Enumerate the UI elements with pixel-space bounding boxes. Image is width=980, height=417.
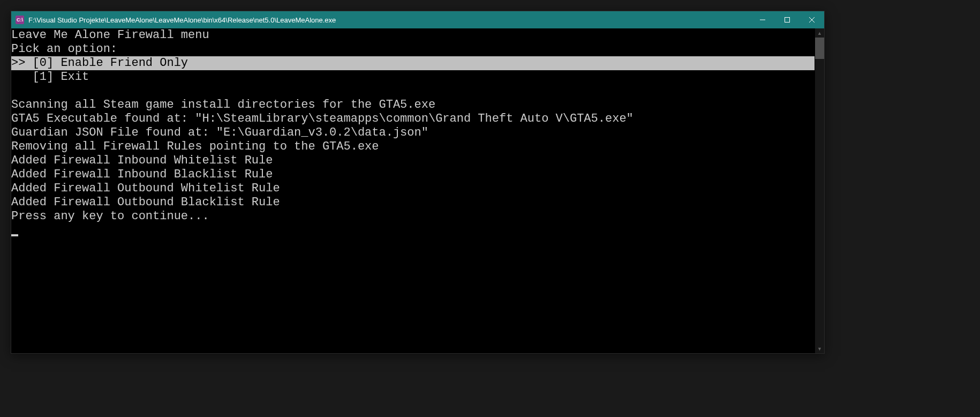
console-line: Added Firewall Outbound Whitelist Rule <box>11 182 824 196</box>
scroll-down-arrow[interactable]: ▼ <box>815 344 824 353</box>
titlebar[interactable]: C:\ F:\Visual Studio Projekte\LeaveMeAlo… <box>11 11 824 28</box>
console-line: Leave Me Alone Firewall menu <box>11 28 824 42</box>
console-line: Guardian JSON File found at: "E:\Guardia… <box>11 126 824 140</box>
scroll-thumb[interactable] <box>815 38 824 59</box>
console-line: Added Firewall Outbound Blacklist Rule <box>11 196 824 210</box>
console-line: [1] Exit <box>11 70 824 84</box>
maximize-icon <box>785 17 790 23</box>
console-line: Added Firewall Inbound Whitelist Rule <box>11 154 824 168</box>
close-button[interactable] <box>800 11 824 28</box>
svg-rect-1 <box>785 18 790 23</box>
cursor-line <box>11 224 824 237</box>
menu-option-selected: >> [0] Enable Friend Only <box>11 56 815 70</box>
console-line <box>11 84 824 98</box>
window-title: F:\Visual Studio Projekte\LeaveMeAlone\L… <box>28 16 750 24</box>
console-line: Scanning all Steam game install director… <box>11 98 824 112</box>
console-line: Press any key to continue... <box>11 210 824 224</box>
console-line: Removing all Firewall Rules pointing to … <box>11 140 824 154</box>
app-icon: C:\ <box>16 16 24 24</box>
window-controls <box>750 11 824 28</box>
console-output[interactable]: Leave Me Alone Firewall menuPick an opti… <box>11 28 824 353</box>
console-line: GTA5 Executable found at: "H:\SteamLibra… <box>11 112 824 126</box>
scroll-up-arrow[interactable]: ▲ <box>815 28 824 38</box>
maximize-button[interactable] <box>775 11 800 28</box>
minimize-button[interactable] <box>750 11 775 28</box>
console-line: Added Firewall Inbound Blacklist Rule <box>11 168 824 182</box>
console-body[interactable]: Leave Me Alone Firewall menuPick an opti… <box>11 28 824 353</box>
scroll-track[interactable] <box>815 38 824 344</box>
cursor <box>11 234 18 236</box>
vertical-scrollbar[interactable]: ▲ ▼ <box>815 28 824 353</box>
close-icon <box>809 17 815 23</box>
minimize-icon <box>760 17 765 23</box>
console-window: C:\ F:\Visual Studio Projekte\LeaveMeAlo… <box>11 11 825 354</box>
console-line: Pick an option: <box>11 42 824 56</box>
